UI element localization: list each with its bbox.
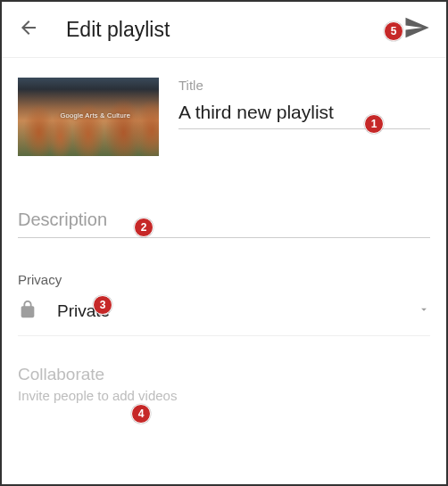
header: Edit playlist [2, 2, 446, 58]
send-icon[interactable] [403, 14, 430, 45]
description-section [18, 208, 430, 238]
title-row: Google Arts & Culture Title [18, 58, 430, 183]
description-input[interactable] [18, 208, 430, 238]
privacy-value: Private [57, 301, 418, 321]
privacy-dropdown[interactable]: Private [18, 287, 430, 336]
privacy-label: Privacy [18, 272, 430, 287]
playlist-thumbnail: Google Arts & Culture [18, 78, 159, 156]
collaborate-title: Collaborate [18, 365, 430, 384]
collaborate-subtitle: Invite people to add videos [18, 388, 430, 403]
title-input[interactable] [178, 100, 430, 129]
annotation-4: 4 [131, 404, 151, 424]
lock-icon [18, 300, 37, 323]
page-title: Edit playlist [66, 18, 403, 42]
title-label: Title [178, 78, 430, 93]
chevron-down-icon [418, 303, 430, 319]
content: Google Arts & Culture Title Privacy Priv… [2, 58, 446, 403]
back-arrow-icon[interactable] [18, 17, 39, 42]
thumbnail-caption: Google Arts & Culture [60, 111, 130, 119]
privacy-section: Privacy Private [18, 272, 430, 336]
collaborate-section[interactable]: Collaborate Invite people to add videos [18, 365, 430, 403]
